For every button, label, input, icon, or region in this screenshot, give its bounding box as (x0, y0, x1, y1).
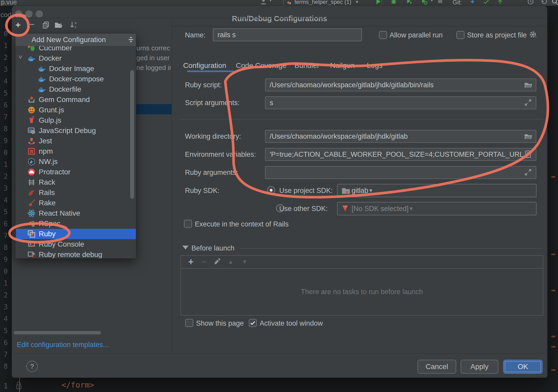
tab-nailgun[interactable]: Nailgun (330, 61, 355, 70)
add-task-icon[interactable]: + (186, 256, 196, 268)
config-type-item-ruby-console[interactable]: Ruby Console (16, 239, 136, 249)
line-number: 2 (0, 54, 8, 61)
environment-variables-label: Environment variables: (185, 151, 256, 159)
ruby-arguments-input[interactable] (265, 166, 536, 179)
new-folder-icon[interactable] (54, 21, 63, 30)
line-number: 1 (0, 161, 8, 168)
config-type-item-rack[interactable]: Rack (16, 177, 136, 187)
git-label: Git: (453, 0, 462, 6)
history-icon[interactable] (527, 0, 536, 6)
horizontal-scrollbar[interactable] (14, 331, 101, 334)
config-type-item-ruby-remote-debug[interactable]: Ruby remote debug (16, 249, 136, 258)
config-type-item-ruby[interactable]: Ruby (16, 229, 136, 239)
line-number: 0 (0, 149, 8, 156)
ok-button[interactable]: OK (503, 360, 542, 374)
config-type-item-gem-command[interactable]: Gem Command (16, 95, 136, 105)
env-list-icon[interactable] (524, 150, 533, 159)
npm-icon (27, 147, 36, 155)
working-directory-input[interactable]: /Users/chaomao/workspace/gitlab/jhdk/git… (265, 130, 536, 143)
collapse-all-icon[interactable] (127, 36, 135, 44)
coverage-icon[interactable] (406, 0, 415, 6)
selected-configuration-row-unfocused[interactable] (136, 104, 172, 114)
docker-icon (38, 85, 46, 93)
search-icon[interactable] (551, 0, 558, 6)
tab-code-coverage[interactable]: Code Coverage (236, 61, 286, 70)
ruby-sdk-label: Ruby SDK: (185, 187, 220, 195)
footer-separator (12, 353, 547, 354)
error-stripe-mark (551, 254, 555, 255)
add-configuration-button[interactable]: + (16, 20, 21, 29)
show-this-page-checkbox[interactable] (185, 319, 193, 327)
environment-variables-input[interactable]: 'P=true;ACTION_CABLE_WORKER_POOL_SIZE=4;… (265, 148, 536, 161)
tab-logs[interactable]: Logs (367, 61, 383, 70)
run-configuration-combo[interactable]: terms_helper_spec (1) ▼ (283, 0, 382, 6)
apply-button[interactable]: Apply (461, 360, 498, 374)
config-type-item-rspec[interactable]: RSpec (16, 218, 136, 229)
config-type-label: Docker (39, 54, 62, 62)
copy-configuration-icon[interactable] (42, 21, 50, 30)
tab-configuration[interactable]: Configuration (183, 61, 226, 70)
line-number: 6 (0, 339, 8, 347)
activate-tool-window-checkbox[interactable] (249, 319, 257, 327)
name-input[interactable]: rails s (213, 28, 362, 41)
line-number: 3 (0, 184, 8, 192)
config-type-item-javascript-debug[interactable]: JavaScript Debug (16, 126, 136, 136)
config-type-item-dockerfile[interactable]: Dockerfile (16, 84, 136, 95)
project-sdk-select[interactable]: gitlab ▼ (337, 184, 537, 197)
ruby-script-input[interactable]: /Users/chaomao/workspace/gitlab/jhdk/git… (265, 79, 536, 91)
expand-field-icon[interactable] (524, 168, 533, 177)
config-type-item-docker-compose[interactable]: Docker-compose (16, 74, 136, 84)
config-type-label: npm (39, 147, 53, 155)
user-icon[interactable] (260, 0, 269, 6)
help-button[interactable]: ? (26, 361, 38, 372)
browse-folder-icon[interactable] (524, 132, 533, 141)
expand-field-icon[interactable] (524, 98, 533, 107)
cancel-button[interactable]: Cancel (417, 360, 456, 374)
config-type-item-react-native[interactable]: React Native (16, 208, 136, 218)
use-other-sdk-label: Use other SDK: (279, 205, 328, 213)
popup-header-title: Add New Configuration (32, 36, 106, 44)
store-as-project-file-checkbox[interactable] (456, 31, 464, 39)
execute-in-rails-checkbox[interactable] (184, 220, 192, 228)
stop-icon[interactable] (437, 0, 446, 6)
run-icon[interactable] (375, 0, 384, 6)
tab-bundler[interactable]: Bundler (295, 61, 320, 70)
git-push-icon[interactable] (497, 0, 506, 6)
script-arguments-input[interactable]: s (265, 96, 536, 109)
other-sdk-select[interactable]: [No SDK selected] ▼ (337, 202, 537, 215)
popup-vertical-scrollbar[interactable] (130, 70, 134, 199)
config-type-item-rails[interactable]: Rails (16, 187, 136, 198)
editor-tab-label[interactable]: p.vue (1, 0, 17, 6)
chevron-down-icon[interactable]: ▼ (269, 0, 278, 6)
use-project-sdk-radio[interactable] (267, 186, 275, 194)
config-type-item-protractor[interactable]: Protractor (16, 167, 136, 177)
line-number: 8 (0, 244, 8, 252)
allow-parallel-run-checkbox[interactable] (379, 31, 387, 39)
browse-folder-icon[interactable] (524, 81, 533, 89)
sort-az-icon[interactable]: az (69, 20, 79, 31)
lock-icon (15, 381, 23, 390)
config-type-label: RSpec (39, 219, 60, 228)
git-commit-icon[interactable] (483, 0, 492, 6)
config-type-item-jest[interactable]: Jest (16, 136, 136, 146)
gear-icon[interactable] (529, 30, 538, 41)
config-type-item-docker-image[interactable]: Docker Image (16, 64, 136, 74)
chevron-expanded-icon[interactable]: ˅ (19, 54, 22, 61)
grunt-icon (27, 106, 36, 114)
rack-icon (27, 178, 36, 186)
debug-icon[interactable] (390, 0, 399, 6)
config-type-item-nw-js[interactable]: NW.js (16, 156, 136, 167)
git-update-icon[interactable] (469, 0, 478, 6)
profile-icon[interactable] (421, 0, 430, 6)
remove-configuration-button[interactable]: − (29, 20, 35, 29)
config-type-item-grunt-js[interactable]: Grunt.js (16, 105, 136, 115)
collapse-section-icon[interactable] (182, 246, 189, 249)
config-type-item-rake[interactable]: Rake (16, 198, 136, 208)
config-type-item-npm[interactable]: npm (16, 146, 136, 156)
config-type-item-gulp-js[interactable]: Gulp.js (16, 115, 136, 126)
rollback-icon[interactable] (540, 0, 549, 6)
gulp-icon (27, 116, 36, 124)
config-type-label: React Native (39, 209, 80, 217)
edit-configuration-templates-link[interactable]: Edit configuration templates... (17, 341, 109, 349)
config-type-item-docker[interactable]: ˅Docker (16, 53, 136, 64)
